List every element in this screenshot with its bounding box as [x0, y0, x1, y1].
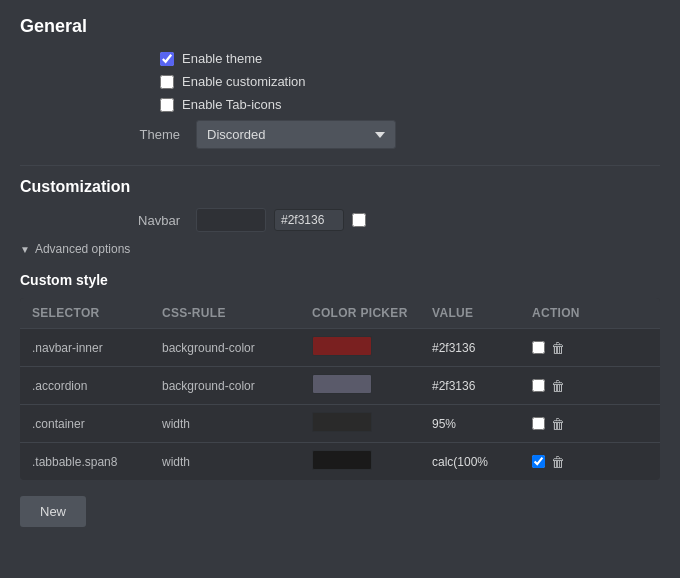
toggle-arrow-icon: ▼	[20, 244, 30, 255]
action-cell: 🗑	[532, 416, 612, 432]
css-rule-cell: width	[162, 417, 312, 431]
selector-cell: .accordion	[32, 379, 162, 393]
delete-icon[interactable]: 🗑	[551, 378, 565, 394]
theme-label: Theme	[80, 127, 180, 142]
enable-tab-icons-checkbox[interactable]	[160, 98, 174, 112]
col-header-selector: Selector	[32, 306, 162, 320]
theme-select[interactable]: Discorded Default Dark Light	[196, 120, 396, 149]
table-row: .container width 95% 🗑	[20, 405, 660, 443]
navbar-hex-input[interactable]	[274, 209, 344, 231]
css-rule-cell: width	[162, 455, 312, 469]
custom-style-table: Selector CSS-Rule Color Picker Value Act…	[20, 298, 660, 480]
delete-icon[interactable]: 🗑	[551, 454, 565, 470]
row-checkbox-0[interactable]	[532, 341, 545, 354]
navbar-label: Navbar	[80, 213, 180, 228]
css-rule-cell: background-color	[162, 341, 312, 355]
navbar-row: Navbar	[80, 208, 660, 232]
enable-theme-label[interactable]: Enable theme	[182, 51, 262, 66]
color-picker-cell[interactable]	[312, 374, 432, 397]
enable-customization-label[interactable]: Enable customization	[182, 74, 306, 89]
col-header-css-rule: CSS-Rule	[162, 306, 312, 320]
divider-1	[20, 165, 660, 166]
general-title: General	[20, 16, 660, 37]
custom-style-title: Custom style	[20, 272, 660, 288]
color-swatch-small[interactable]	[312, 374, 372, 394]
general-section: General Enable themeEnable customization…	[20, 16, 660, 149]
col-header-color-picker: Color Picker	[312, 306, 432, 320]
value-cell: calc(100%	[432, 455, 532, 469]
color-swatch-small[interactable]	[312, 450, 372, 470]
enable-theme-checkbox[interactable]	[160, 52, 174, 66]
table-row: .accordion background-color #2f3136 🗑	[20, 367, 660, 405]
value-cell: 95%	[432, 417, 532, 431]
new-button[interactable]: New	[20, 496, 86, 527]
selector-cell: .navbar-inner	[32, 341, 162, 355]
delete-icon[interactable]: 🗑	[551, 340, 565, 356]
advanced-options-label: Advanced options	[35, 242, 130, 256]
css-rule-cell: background-color	[162, 379, 312, 393]
value-cell: #2f3136	[432, 379, 532, 393]
selector-cell: .tabbable.span8	[32, 455, 162, 469]
delete-icon[interactable]: 🗑	[551, 416, 565, 432]
navbar-checkbox[interactable]	[352, 213, 366, 227]
color-swatch-small[interactable]	[312, 336, 372, 356]
action-cell: 🗑	[532, 378, 612, 394]
theme-row: Theme Discorded Default Dark Light	[80, 120, 660, 149]
custom-style-section: Custom style Selector CSS-Rule Color Pic…	[20, 272, 660, 480]
table-header: Selector CSS-Rule Color Picker Value Act…	[20, 298, 660, 329]
customization-section: Customization Navbar ▼ Advanced options	[20, 178, 660, 256]
table-row: .navbar-inner background-color #2f3136 🗑	[20, 329, 660, 367]
color-swatch-small[interactable]	[312, 412, 372, 432]
color-picker-cell[interactable]	[312, 412, 432, 435]
col-header-action: Action	[532, 306, 612, 320]
action-cell: 🗑	[532, 454, 612, 470]
row-checkbox-2[interactable]	[532, 417, 545, 430]
color-picker-cell[interactable]	[312, 450, 432, 473]
checkbox-row-enable-theme: Enable theme	[160, 51, 660, 66]
value-cell: #2f3136	[432, 341, 532, 355]
action-cell: 🗑	[532, 340, 612, 356]
row-checkbox-1[interactable]	[532, 379, 545, 392]
selector-cell: .container	[32, 417, 162, 431]
checkbox-row-enable-customization: Enable customization	[160, 74, 660, 89]
checkbox-row-enable-tab-icons: Enable Tab-icons	[160, 97, 660, 112]
table-row: .tabbable.span8 width calc(100% 🗑	[20, 443, 660, 480]
navbar-color-swatch[interactable]	[196, 208, 266, 232]
color-picker-cell[interactable]	[312, 336, 432, 359]
row-checkbox-3[interactable]	[532, 455, 545, 468]
col-header-value: Value	[432, 306, 532, 320]
advanced-options-toggle[interactable]: ▼ Advanced options	[20, 242, 660, 256]
customization-title: Customization	[20, 178, 660, 196]
enable-tab-icons-label[interactable]: Enable Tab-icons	[182, 97, 282, 112]
enable-customization-checkbox[interactable]	[160, 75, 174, 89]
